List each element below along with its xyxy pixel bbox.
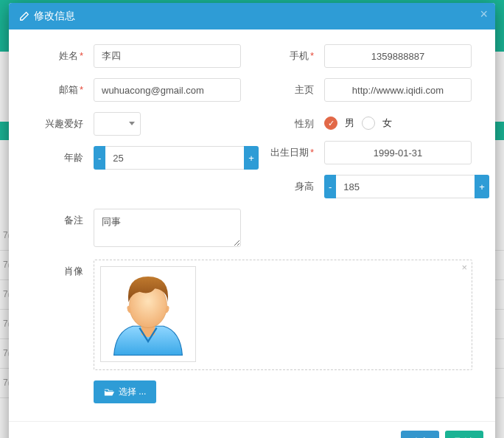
field-hobby: 兴趣爱好 (24, 112, 250, 136)
required-star: * (80, 84, 83, 95)
select-file-button[interactable]: 选择 ... (94, 380, 156, 403)
chevron-down-icon (129, 122, 135, 125)
field-remark: 备注 同事 (24, 209, 480, 249)
height-minus-button[interactable]: - (324, 175, 336, 198)
height-spinner: - + (324, 175, 472, 198)
pencil-icon (19, 11, 29, 21)
label-age: 年龄 (64, 152, 83, 163)
edit-info-modal: 修改信息 × 姓名* 邮箱* 兴趣爱好 (9, 3, 495, 438)
label-remark: 备注 (64, 215, 83, 226)
select-file-label: 选择 ... (119, 386, 146, 398)
gender-female-radio[interactable] (362, 117, 375, 130)
phone-input[interactable] (324, 44, 472, 68)
required-star: * (80, 50, 83, 61)
avatar-thumbnail[interactable] (100, 266, 196, 362)
modal-body: 姓名* 邮箱* 兴趣爱好 (9, 29, 495, 421)
field-height: 身高 - + (254, 175, 480, 198)
modal-title: 修改信息 (19, 10, 75, 23)
label-email: 邮箱 (59, 84, 78, 95)
label-gender: 性别 (295, 118, 314, 129)
label-name: 姓名 (59, 50, 78, 61)
label-portrait: 肖像 (64, 265, 83, 277)
required-star: * (310, 147, 314, 158)
height-plus-button[interactable]: + (475, 175, 489, 198)
field-portrait: 肖像 × (24, 260, 480, 403)
hobby-select[interactable] (94, 112, 141, 136)
field-gender: 性别 男 女 (254, 112, 480, 131)
label-birthdate: 出生日期 (270, 147, 309, 158)
gender-male-label: 男 (345, 117, 354, 130)
upload-area: × (94, 260, 472, 370)
height-input[interactable] (336, 175, 475, 198)
field-name: 姓名* (24, 44, 250, 68)
email-input[interactable] (94, 78, 241, 102)
age-spinner: - + (94, 146, 241, 170)
homepage-input[interactable] (324, 78, 472, 102)
age-input[interactable] (105, 146, 244, 170)
birthdate-input[interactable] (324, 141, 472, 164)
name-input[interactable] (94, 44, 241, 68)
field-birthdate: 出生日期* (254, 141, 480, 164)
label-height: 身高 (295, 181, 314, 192)
label-hobby: 兴趣爱好 (45, 118, 83, 129)
field-homepage: 主页 (254, 78, 480, 102)
modal-title-text: 修改信息 (34, 10, 75, 23)
field-age: 年龄 - + (24, 146, 250, 170)
cancel-button[interactable]: 取消 (445, 431, 483, 438)
gender-female-label: 女 (382, 117, 392, 130)
modal-footer: 确定 取消 (9, 421, 495, 438)
ok-button[interactable]: 确定 (401, 431, 439, 438)
field-phone: 手机* (254, 44, 480, 68)
field-email: 邮箱* (24, 78, 250, 102)
remark-textarea[interactable]: 同事 (94, 209, 241, 247)
close-icon[interactable]: × (480, 7, 488, 21)
gender-male-radio[interactable] (324, 117, 337, 130)
label-phone: 手机 (290, 50, 309, 61)
age-minus-button[interactable]: - (94, 146, 105, 170)
required-star: * (310, 50, 314, 61)
upload-remove-icon[interactable]: × (461, 262, 467, 273)
modal-header: 修改信息 × (9, 3, 495, 29)
avatar-icon (105, 271, 191, 357)
folder-open-icon (104, 387, 114, 397)
label-homepage: 主页 (295, 84, 314, 95)
